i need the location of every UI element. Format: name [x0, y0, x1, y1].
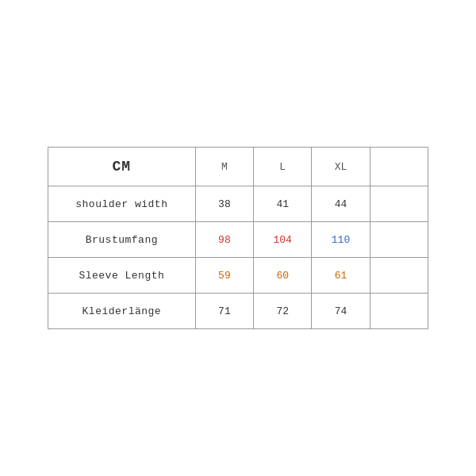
size-chart-table: CM M L XL shoulder width	[48, 147, 428, 329]
header-cm-cell: CM	[48, 148, 196, 186]
header-m-cell: M	[195, 148, 253, 186]
kleiderlaenge-m-cell: 71	[195, 294, 253, 329]
l-label: L	[279, 161, 286, 173]
row-label: Brustumfang	[48, 222, 196, 258]
sleeve-l-value: 60	[276, 270, 289, 282]
brustumfang-m-value: 98	[218, 234, 231, 246]
table-row: Sleeve Length 59 60 61	[48, 258, 428, 294]
sleeve-l-cell: 60	[254, 258, 312, 294]
header-xl-cell: XL	[312, 148, 370, 186]
kleiderlaenge-xl-cell: 74	[312, 294, 370, 329]
brustumfang-l-value: 104	[274, 234, 292, 246]
brustumfang-m-cell: 98	[195, 222, 253, 258]
shoulder-width-label: shoulder width	[75, 198, 167, 210]
kleiderlaenge-xl-value: 74	[335, 305, 347, 317]
table-row: Kleiderlänge 71 72 74	[48, 294, 428, 329]
cm-label: CM	[113, 159, 132, 175]
sleeve-m-value: 59	[218, 270, 231, 282]
size-chart-wrapper: CM M L XL shoulder width	[48, 147, 428, 329]
sleeve-empty-cell	[370, 258, 428, 294]
shoulder-empty-cell	[370, 186, 428, 222]
brustumfang-empty-cell	[370, 222, 428, 258]
sleeve-xl-cell: 61	[312, 258, 370, 294]
header-l-cell: L	[254, 148, 312, 186]
xl-label: XL	[335, 161, 347, 173]
brustumfang-l-cell: 104	[254, 222, 312, 258]
shoulder-l-cell: 41	[254, 186, 312, 222]
table-row: shoulder width 38 41 44	[48, 186, 428, 222]
kleiderlaenge-label: Kleiderlänge	[83, 305, 162, 317]
kleiderlaenge-empty-cell	[370, 294, 428, 329]
shoulder-xl-value: 44	[335, 198, 347, 210]
sleeve-length-label: Sleeve Length	[79, 270, 164, 282]
row-label: Sleeve Length	[48, 258, 196, 294]
shoulder-l-value: 41	[276, 198, 289, 210]
m-label: M	[221, 161, 228, 173]
row-label: shoulder width	[48, 186, 196, 222]
brustumfang-xl-value: 110	[332, 234, 350, 246]
table-header-row: CM M L XL	[48, 148, 428, 186]
sleeve-xl-value: 61	[335, 270, 347, 282]
kleiderlaenge-m-value: 71	[218, 305, 231, 317]
sleeve-m-cell: 59	[195, 258, 253, 294]
shoulder-m-cell: 38	[195, 186, 253, 222]
shoulder-xl-cell: 44	[312, 186, 370, 222]
row-label: Kleiderlänge	[48, 294, 196, 329]
header-empty-cell	[370, 148, 428, 186]
kleiderlaenge-l-value: 72	[276, 305, 289, 317]
table-row: Brustumfang 98 104 110	[48, 222, 428, 258]
shoulder-m-value: 38	[218, 198, 231, 210]
brustumfang-xl-cell: 110	[312, 222, 370, 258]
kleiderlaenge-l-cell: 72	[254, 294, 312, 329]
brustumfang-label: Brustumfang	[86, 234, 158, 246]
